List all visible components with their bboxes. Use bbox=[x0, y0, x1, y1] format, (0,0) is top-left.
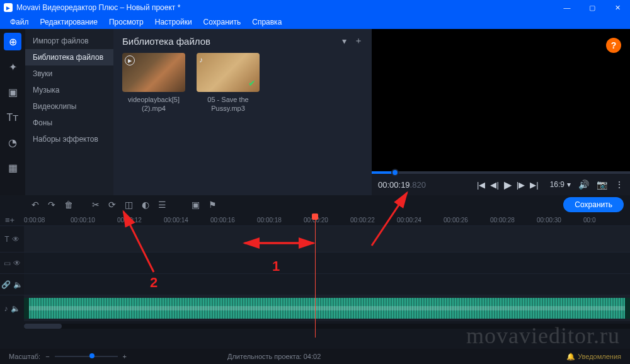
sidebar-item-music[interactable]: Музыка bbox=[25, 82, 113, 98]
step-fwd-button[interactable]: |▶ bbox=[517, 180, 525, 190]
next-clip-button[interactable]: ▶| bbox=[530, 180, 538, 190]
used-check-icon: ✔ bbox=[248, 78, 256, 88]
prev-clip-button[interactable]: |◀ bbox=[477, 180, 485, 190]
zoom-label: Масштаб: bbox=[9, 353, 40, 360]
menu-file[interactable]: Файл bbox=[5, 16, 34, 28]
mute-icon[interactable]: 🔈 bbox=[11, 304, 20, 313]
status-bar: Масштаб: − + Длительность проекта: 04:02… bbox=[0, 349, 630, 364]
export-button[interactable]: Сохранить bbox=[563, 197, 624, 212]
left-toolbar: ⊕ ✦ ▣ Tᴛ ◔ ▦ bbox=[0, 29, 25, 195]
marker-button[interactable]: ⚑ bbox=[209, 200, 217, 210]
playhead[interactable] bbox=[315, 214, 316, 338]
zoom-slider[interactable] bbox=[55, 356, 118, 357]
video-track-icon: ▭ bbox=[4, 259, 11, 268]
media-filename: videoplayback[5](2).mp4 bbox=[122, 96, 185, 113]
zoom-in-icon[interactable]: + bbox=[123, 353, 127, 360]
music-track-icon: ♪ bbox=[4, 304, 8, 313]
mute-icon[interactable]: 🔈 bbox=[13, 280, 23, 289]
library-title: Библиотека файлов bbox=[122, 36, 210, 47]
visibility-icon[interactable]: 👁 bbox=[12, 235, 20, 244]
tool-transitions[interactable]: ▣ bbox=[4, 83, 21, 101]
aspect-ratio-selector[interactable]: 16:9▾ bbox=[550, 180, 571, 189]
menu-save[interactable]: Сохранить bbox=[198, 16, 246, 28]
title-bar: ► Movavi Видеоредактор Плюс – Новый прое… bbox=[0, 0, 630, 15]
preview-seekbar[interactable] bbox=[372, 171, 630, 174]
minimize-button[interactable]: — bbox=[554, 0, 580, 15]
sidebar-item-effectsets[interactable]: Наборы эффектов bbox=[25, 131, 113, 147]
tool-stickers[interactable]: ◔ bbox=[4, 134, 21, 151]
volume-icon[interactable]: 🔊 bbox=[578, 179, 589, 190]
audio-clip[interactable] bbox=[24, 298, 630, 319]
sidebar-item-sounds[interactable]: Звуки bbox=[25, 65, 113, 82]
maximize-button[interactable]: ▢ bbox=[580, 0, 605, 15]
seek-thumb[interactable] bbox=[391, 169, 399, 176]
sidebar-item-videoclips[interactable]: Видеоклипы bbox=[25, 98, 113, 115]
timeline: ≡+ 0:00:0800:00:1000:00:12 00:00:1400:00… bbox=[0, 214, 630, 349]
color-button[interactable]: ◐ bbox=[142, 200, 149, 210]
add-file-icon[interactable]: ＋ bbox=[354, 35, 363, 47]
tool-titles[interactable]: Tᴛ bbox=[4, 108, 21, 126]
adjust-button[interactable]: ☰ bbox=[158, 200, 166, 210]
tool-add-media[interactable]: ⊕ bbox=[4, 33, 21, 50]
media-thumb-video[interactable]: ▶ videoplayback[5](2).mp4 bbox=[122, 53, 185, 113]
app-logo: ► bbox=[4, 3, 13, 12]
play-button[interactable]: ▶ bbox=[504, 179, 512, 191]
step-back-button[interactable]: ◀| bbox=[490, 180, 498, 190]
sidebar-item-backgrounds[interactable]: Фоны bbox=[25, 115, 113, 131]
preview-timecode: 00:00:19.820 bbox=[378, 180, 426, 190]
menu-view[interactable]: Просмотр bbox=[104, 16, 149, 28]
tool-filters[interactable]: ✦ bbox=[4, 58, 21, 76]
tool-more[interactable]: ▦ bbox=[4, 159, 21, 176]
sidebar-item-library[interactable]: Библиотека файлов bbox=[25, 49, 113, 65]
window-title: Movavi Видеоредактор Плюс – Новый проект… bbox=[16, 3, 180, 12]
close-button[interactable]: ✕ bbox=[605, 0, 630, 15]
undo-button[interactable]: ↶ bbox=[32, 200, 39, 210]
link-icon: 🔗 bbox=[1, 280, 11, 289]
preview-pane: ? 00:00:19.820 |◀ ◀| ▶ |▶ ▶| 16:9▾ 🔊 📷 ⋮ bbox=[372, 29, 630, 195]
duration-label: Длительность проекта: bbox=[227, 353, 302, 360]
rotate-button[interactable]: ⟳ bbox=[108, 200, 116, 210]
play-overlay-icon: ▶ bbox=[125, 55, 135, 65]
music-note-icon: ♪ bbox=[199, 55, 203, 64]
menu-help[interactable]: Справка bbox=[247, 16, 287, 28]
redo-button[interactable]: ↷ bbox=[48, 200, 55, 210]
title-track-icon: T bbox=[4, 235, 9, 244]
help-button[interactable]: ? bbox=[606, 38, 621, 53]
preview-controls: 00:00:19.820 |◀ ◀| ▶ |▶ ▶| 16:9▾ 🔊 📷 ⋮ bbox=[372, 174, 630, 195]
snapshot-icon[interactable]: 📷 bbox=[597, 179, 607, 190]
record-button[interactable]: ▣ bbox=[192, 200, 200, 210]
delete-button[interactable]: 🗑 bbox=[64, 200, 73, 210]
zoom-out-icon[interactable]: − bbox=[45, 353, 49, 360]
timeline-scrollbar[interactable] bbox=[24, 324, 630, 329]
menu-edit[interactable]: Редактирование bbox=[35, 16, 103, 28]
duration-value: 04:02 bbox=[304, 353, 321, 360]
timeline-toolbar: ↶ ↷ 🗑 ✂ ⟳ ◫ ◐ ☰ ▣ ⚑ Сохранить bbox=[0, 195, 630, 214]
sidebar-item-import[interactable]: Импорт файлов bbox=[25, 33, 113, 49]
preview-menu-icon[interactable]: ⋮ bbox=[615, 179, 624, 190]
media-filename: 05 - Save the Pussy.mp3 bbox=[197, 96, 260, 113]
menu-settings[interactable]: Настройки bbox=[150, 16, 197, 28]
notifications-button[interactable]: 🔔 Уведомления bbox=[566, 353, 621, 361]
media-thumb-audio[interactable]: ♪ ✔ 05 - Save the Pussy.mp3 bbox=[197, 53, 260, 113]
chevron-down-icon: ▾ bbox=[567, 180, 571, 189]
import-sidebar: Импорт файлов Библиотека файлов Звуки Му… bbox=[25, 29, 113, 195]
filter-icon[interactable]: ▾ bbox=[342, 36, 346, 46]
crop-button[interactable]: ◫ bbox=[125, 200, 133, 210]
menu-bar: Файл Редактирование Просмотр Настройки С… bbox=[0, 15, 630, 29]
file-library: Библиотека файлов ▾ ＋ ▶ videoplayback[5]… bbox=[113, 29, 372, 195]
visibility-icon[interactable]: 👁 bbox=[13, 259, 21, 268]
bell-icon: 🔔 bbox=[566, 353, 575, 361]
add-track-button[interactable]: ≡+ bbox=[5, 215, 14, 225]
split-button[interactable]: ✂ bbox=[92, 200, 100, 210]
